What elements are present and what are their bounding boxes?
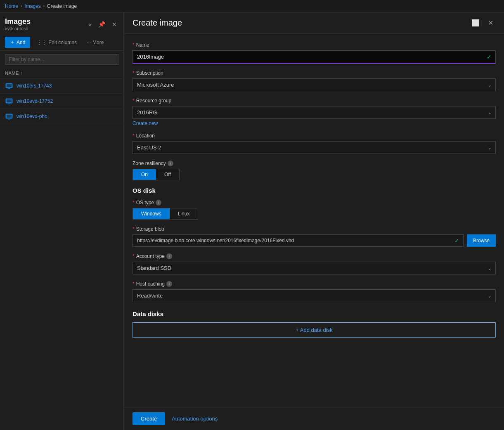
list-item[interactable]: win10ers-17743 bbox=[0, 78, 123, 94]
host-caching-field-group: * Host caching i Read/write ⌄ bbox=[133, 281, 496, 302]
close-dialog-button[interactable]: ✕ bbox=[485, 18, 496, 28]
host-caching-info-icon: i bbox=[166, 281, 172, 287]
zone-on-button[interactable]: On bbox=[133, 169, 156, 180]
dialog-header-controls: ⬜ ✕ bbox=[469, 18, 496, 28]
add-data-disk-button[interactable]: + Add data disk bbox=[133, 322, 496, 338]
dialog-title: Create image bbox=[133, 18, 182, 28]
subscription-select[interactable]: Microsoft Azure bbox=[133, 78, 496, 91]
vm-icon-3 bbox=[5, 112, 13, 120]
location-select-wrapper: East US 2 ⌄ bbox=[133, 141, 496, 154]
storage-blob-input[interactable] bbox=[133, 234, 464, 247]
storage-blob-wrapper: ✓ Browse bbox=[133, 234, 496, 247]
list-item[interactable]: win10evd-pho bbox=[0, 109, 123, 124]
resource-group-select-wrapper: 2016RG ⌄ bbox=[133, 106, 496, 119]
location-label: * Location bbox=[133, 133, 496, 139]
os-windows-button[interactable]: Windows bbox=[133, 208, 170, 219]
os-type-field-group: * OS type i Windows Linux bbox=[133, 200, 496, 220]
os-type-info-icon: i bbox=[156, 200, 161, 206]
vm-icon-1 bbox=[5, 82, 13, 90]
breadcrumb: Home › Images › Create image bbox=[0, 0, 504, 12]
storage-blob-field-group: * Storage blob ✓ Browse bbox=[133, 226, 496, 247]
close-sidebar-button[interactable]: ✕ bbox=[110, 20, 118, 28]
svg-rect-4 bbox=[7, 99, 12, 102]
breadcrumb-current: Create image bbox=[47, 3, 77, 9]
more-label: More bbox=[92, 40, 104, 45]
sidebar-list-header: NAME ↕ bbox=[0, 68, 123, 78]
pin-sidebar-button[interactable]: 📌 bbox=[97, 20, 107, 28]
vm-icon-2 bbox=[5, 97, 13, 105]
zone-resiliency-label: Zone resiliency i bbox=[133, 161, 496, 166]
os-type-toggle: Windows Linux bbox=[133, 208, 198, 220]
dialog-body: * Name ✓ * Subscription bbox=[124, 34, 504, 407]
subscription-select-wrapper: Microsoft Azure ⌄ bbox=[133, 78, 496, 91]
storage-blob-check-icon: ✓ bbox=[454, 237, 459, 244]
host-caching-select[interactable]: Read/write bbox=[133, 289, 496, 302]
sidebar-title: Images bbox=[5, 17, 31, 26]
os-linux-button[interactable]: Linux bbox=[170, 208, 198, 219]
svg-rect-8 bbox=[8, 119, 10, 120]
name-input[interactable] bbox=[133, 50, 496, 64]
resource-group-select[interactable]: 2016RG bbox=[133, 106, 496, 119]
breadcrumb-chevron-1: › bbox=[21, 4, 22, 8]
name-label: * Name bbox=[133, 42, 496, 48]
edit-columns-label: Edit columns bbox=[48, 40, 77, 45]
location-field-group: * Location East US 2 ⌄ bbox=[133, 133, 496, 154]
svg-rect-1 bbox=[7, 84, 12, 87]
more-icon: ··· bbox=[87, 40, 91, 45]
subscription-field-group: * Subscription Microsoft Azure ⌄ bbox=[133, 70, 496, 91]
name-required-star: * bbox=[133, 42, 135, 48]
edit-columns-button[interactable]: ⋮⋮ Edit columns bbox=[33, 38, 80, 47]
automation-options-button[interactable]: Automation options bbox=[172, 416, 218, 422]
account-type-select-wrapper: Standard SSD ⌄ bbox=[133, 262, 496, 274]
dialog-footer: Create Automation options bbox=[124, 407, 504, 430]
host-caching-label: * Host caching i bbox=[133, 281, 496, 287]
location-select[interactable]: East US 2 bbox=[133, 141, 496, 154]
list-item[interactable]: win10evd-17752 bbox=[0, 94, 123, 109]
account-type-required-star: * bbox=[133, 253, 135, 259]
breadcrumb-images[interactable]: Images bbox=[24, 3, 40, 9]
storage-blob-label: * Storage blob bbox=[133, 226, 496, 232]
subscription-label: * Subscription bbox=[133, 70, 496, 76]
svg-rect-7 bbox=[7, 115, 12, 118]
name-column-header: NAME bbox=[5, 71, 19, 76]
list-item-name-2: win10evd-17752 bbox=[17, 98, 53, 104]
columns-icon: ⋮⋮ bbox=[37, 40, 47, 45]
name-check-icon: ✓ bbox=[487, 54, 492, 60]
zone-resiliency-info-icon: i bbox=[168, 161, 173, 166]
main-panel: Create image ⬜ ✕ * Name ✓ bbox=[124, 12, 504, 430]
filter-input[interactable] bbox=[5, 54, 118, 65]
maximize-dialog-button[interactable]: ⬜ bbox=[469, 18, 482, 28]
create-image-dialog: Create image ⬜ ✕ * Name ✓ bbox=[124, 12, 504, 430]
storage-blob-required-star: * bbox=[133, 226, 135, 232]
zone-resiliency-toggle: On Off bbox=[133, 169, 180, 180]
sort-icon: ↕ bbox=[21, 71, 23, 75]
rg-required-star: * bbox=[133, 98, 135, 104]
account-type-field-group: * Account type i Standard SSD ⌄ bbox=[133, 253, 496, 274]
sidebar-title-area: Images avdcontoso bbox=[5, 17, 31, 31]
create-new-link[interactable]: Create new bbox=[133, 120, 158, 126]
os-type-required-star: * bbox=[133, 200, 135, 206]
create-button[interactable]: Create bbox=[133, 412, 165, 425]
browse-button[interactable]: Browse bbox=[467, 234, 496, 247]
sidebar-toolbar: ＋ Add ⋮⋮ Edit columns ··· More bbox=[0, 34, 123, 51]
host-caching-select-wrapper: Read/write ⌄ bbox=[133, 289, 496, 302]
add-button-label: Add bbox=[17, 40, 25, 45]
resource-group-label: * Resource group bbox=[133, 98, 496, 104]
svg-rect-5 bbox=[8, 104, 10, 104]
sidebar-controls: « 📌 ✕ bbox=[87, 20, 118, 28]
zone-resiliency-field-group: Zone resiliency i On Off bbox=[133, 161, 496, 180]
list-item-name-1: win10ers-17743 bbox=[17, 83, 52, 89]
sidebar-filter bbox=[0, 51, 123, 68]
collapse-sidebar-button[interactable]: « bbox=[87, 20, 93, 28]
more-button[interactable]: ··· More bbox=[83, 38, 107, 47]
sidebar-list: win10ers-17743 win10evd-17752 bbox=[0, 78, 123, 430]
account-type-select[interactable]: Standard SSD bbox=[133, 262, 496, 274]
subscription-required-star: * bbox=[133, 70, 135, 76]
dialog-header: Create image ⬜ ✕ bbox=[124, 12, 504, 34]
add-button[interactable]: ＋ Add bbox=[5, 37, 30, 48]
account-type-label: * Account type i bbox=[133, 253, 496, 259]
zone-off-button[interactable]: Off bbox=[156, 169, 179, 180]
location-required-star: * bbox=[133, 133, 135, 139]
os-type-label: * OS type i bbox=[133, 200, 496, 206]
breadcrumb-home[interactable]: Home bbox=[5, 3, 18, 9]
